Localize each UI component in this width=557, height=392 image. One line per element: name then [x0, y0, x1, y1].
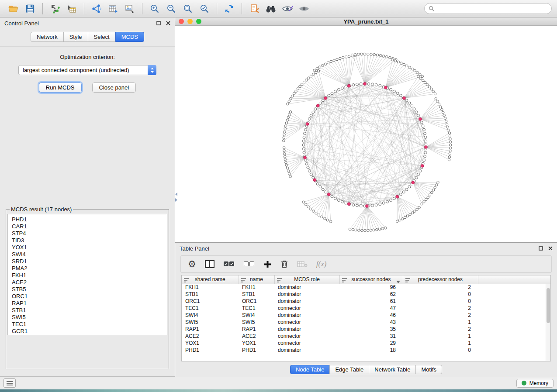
float-panel-icon[interactable]: [156, 21, 161, 25]
criterion-select[interactable]: largest connected component (undirected): [18, 65, 156, 75]
deselect-all-button[interactable]: [243, 261, 255, 267]
result-node[interactable]: PHD1: [12, 216, 167, 223]
tab-network-table[interactable]: Network Table: [369, 365, 416, 374]
show-columns-button[interactable]: [205, 260, 214, 268]
float-panel-icon[interactable]: [539, 246, 543, 251]
import-table-button[interactable]: [64, 2, 79, 16]
tab-select[interactable]: Select: [88, 32, 116, 42]
memory-button[interactable]: Memory: [516, 379, 554, 388]
result-node[interactable]: TID3: [12, 237, 167, 244]
table-row[interactable]: ACE2ACE2connector311: [182, 333, 550, 340]
network-canvas[interactable]: [175, 26, 557, 242]
window-minimize-icon[interactable]: [187, 19, 193, 24]
run-mcds-button[interactable]: Run MCDS: [39, 83, 82, 93]
close-panel-icon[interactable]: [548, 246, 553, 251]
table-row[interactable]: YOX1YOX1connector291: [182, 340, 550, 347]
tab-motifs[interactable]: Motifs: [415, 365, 442, 374]
column-header-shared-name[interactable]: shared name: [182, 275, 239, 284]
column-header-predecessor-nodes[interactable]: predecessor nodes: [403, 275, 478, 284]
sort-icon: [277, 278, 282, 284]
table-row[interactable]: ORC1ORC1dominator610: [182, 298, 550, 305]
optimization-criterion-label: Optimization criterion:: [0, 54, 175, 60]
window-close-icon[interactable]: [179, 19, 184, 24]
zoom-in-icon: [149, 3, 160, 14]
result-node[interactable]: ACE2: [12, 279, 167, 286]
result-node[interactable]: GCR1: [12, 328, 167, 335]
table-scrollbar[interactable]: [546, 284, 550, 361]
open-file-button[interactable]: [6, 2, 21, 16]
find-button[interactable]: [263, 2, 278, 16]
task-history-button[interactable]: [3, 378, 16, 388]
new-table-button[interactable]: [106, 2, 121, 16]
tab-node-table[interactable]: Node Table: [290, 365, 330, 374]
hide-columns-button[interactable]: [297, 261, 308, 268]
result-node[interactable]: YOX1: [12, 244, 167, 251]
zoom-fit-button[interactable]: [180, 2, 195, 16]
table-panel-header: Table Panel: [175, 243, 557, 254]
search-input[interactable]: [437, 6, 547, 12]
collapse-left-icon[interactable]: [175, 193, 177, 196]
network-graph[interactable]: [175, 26, 556, 242]
zoom-selected-button[interactable]: [197, 2, 212, 16]
sort-icon: [241, 278, 246, 284]
search-box: [424, 3, 552, 14]
select-all-button[interactable]: [223, 261, 235, 267]
mcds-buttons-row: Run MCDS Close panel: [0, 83, 175, 93]
copy-network-button[interactable]: [247, 2, 262, 16]
result-node[interactable]: SRD1: [12, 258, 167, 265]
window-maximize-icon[interactable]: [196, 19, 201, 24]
table-row[interactable]: RAP1RAP1dominator352: [182, 326, 550, 333]
tab-edge-table[interactable]: Edge Table: [329, 365, 369, 374]
result-node[interactable]: FKH1: [12, 272, 167, 279]
save-session-button[interactable]: [23, 2, 38, 16]
tab-network[interactable]: Network: [31, 32, 64, 42]
list-icon: [7, 381, 13, 385]
close-panel-button[interactable]: Close panel: [92, 83, 136, 93]
eye-slash-icon: [282, 4, 293, 13]
column-header-successor-nodes[interactable]: successor nodes: [339, 275, 403, 284]
splitter-collapse-buttons[interactable]: [175, 193, 179, 202]
result-node[interactable]: SWI5: [12, 314, 167, 321]
result-node[interactable]: CAR1: [12, 223, 167, 230]
table-row[interactable]: PHD1PHD1dominator180: [182, 347, 550, 354]
mcds-result-list[interactable]: PHD1 CAR1 STP4 TID3 YOX1 SWI4 SRD1 PMA2 …: [7, 214, 167, 335]
result-node[interactable]: STB1: [12, 307, 167, 314]
refresh-layout-button[interactable]: [222, 2, 237, 16]
tab-style[interactable]: Style: [63, 32, 88, 42]
zoom-out-button[interactable]: [164, 2, 179, 16]
import-network-button[interactable]: [48, 2, 62, 16]
result-node[interactable]: STB5: [12, 286, 167, 293]
result-node[interactable]: ORC1: [12, 293, 167, 300]
close-panel-icon[interactable]: [166, 21, 170, 25]
column-header-mcds-role[interactable]: MCDS role: [274, 275, 339, 284]
delete-column-button[interactable]: [280, 260, 288, 268]
new-network-button[interactable]: [89, 2, 104, 16]
network-window-titlebar[interactable]: YPA_prune.txt_1: [175, 17, 557, 26]
sort-icon: [342, 278, 347, 284]
table-row[interactable]: TEC1TEC1connector472: [182, 305, 550, 312]
result-node[interactable]: SWI4: [12, 251, 167, 258]
toggle-graphics-button[interactable]: [297, 2, 311, 16]
sort-direction-icon: [396, 279, 400, 285]
export-image-button[interactable]: [122, 2, 137, 16]
result-node[interactable]: TEC1: [12, 321, 167, 328]
table-row[interactable]: SWI4SWI4dominator462: [182, 312, 550, 319]
table-icon: [108, 3, 118, 14]
tab-mcds[interactable]: MCDS: [115, 32, 144, 42]
result-node[interactable]: STP4: [12, 230, 167, 237]
toggle-annotations-button[interactable]: [280, 2, 295, 16]
function-builder-button[interactable]: f(x): [316, 260, 327, 268]
zoom-in-button[interactable]: [147, 2, 162, 16]
table-panel-tabs: Node Table Edge Table Network Table Moti…: [175, 361, 557, 377]
table-row[interactable]: SWI5SWI5connector431: [182, 319, 550, 326]
column-header-name[interactable]: name: [239, 275, 274, 284]
expand-right-icon[interactable]: [175, 198, 177, 202]
binoculars-icon: [265, 4, 277, 14]
result-node[interactable]: PMA2: [12, 265, 167, 272]
table-settings-button[interactable]: ⚙: [188, 260, 196, 269]
add-column-button[interactable]: [263, 260, 272, 268]
scrollbar-thumb[interactable]: [547, 288, 550, 323]
result-node[interactable]: RAP1: [12, 300, 167, 307]
table-row[interactable]: FKH1FKH1dominator962: [182, 284, 550, 291]
table-row[interactable]: STB1STB1dominator620: [182, 291, 550, 298]
